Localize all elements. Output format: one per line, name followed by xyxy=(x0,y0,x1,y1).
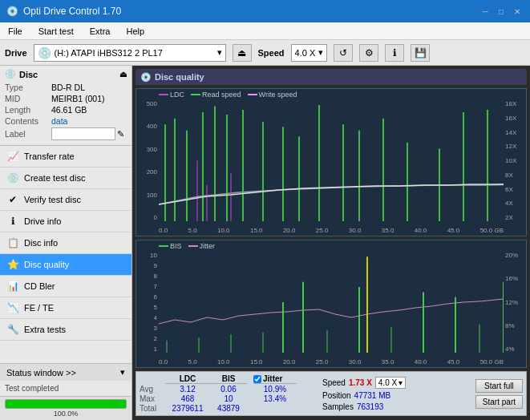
progress-bar-track xyxy=(5,399,127,409)
position-value: 47731 MB xyxy=(354,391,391,400)
drive-info-icon: ℹ xyxy=(6,215,19,228)
stats-header-empty xyxy=(140,374,165,384)
disc-label-input[interactable] xyxy=(51,127,115,140)
disc-mid-label: MID xyxy=(5,94,51,103)
drive-select[interactable]: 💿 (H:) ATAPI iHBS312 2 PL17 ▾ xyxy=(34,44,226,62)
verify-test-disc-icon: ✔ xyxy=(6,193,19,206)
disc-type-row: Type BD-R DL xyxy=(5,83,127,92)
start-full-button[interactable]: Start full xyxy=(475,379,523,393)
nav-extra-tests-label: Extra tests xyxy=(24,325,66,334)
progress-area: 100.0% xyxy=(0,396,131,420)
speed-select-widget[interactable]: 4.0 X ▾ xyxy=(375,377,406,389)
status-window-button[interactable]: Status window >> ▾ xyxy=(0,363,131,381)
nav-verify-test-disc[interactable]: ✔ Verify test disc xyxy=(0,189,131,211)
stats-max-bis: 10 xyxy=(210,394,247,403)
status-window-label: Status window >> xyxy=(6,368,76,378)
status-completed-text: Test completed xyxy=(5,384,59,393)
nav-fe-te-label: FE / TE xyxy=(24,303,54,313)
info-button[interactable]: ℹ xyxy=(385,44,404,62)
settings-button[interactable]: ⚙ xyxy=(359,44,378,62)
samples-row: Samples 763193 xyxy=(322,402,406,411)
disc-quality-title: Disc quality xyxy=(155,72,204,82)
disc-contents-value: data xyxy=(51,116,67,126)
speed-row: Speed 1.73 X 4.0 X ▾ xyxy=(322,377,406,389)
extra-tests-icon: 🔧 xyxy=(6,323,19,336)
title-bar-controls: ─ □ ✕ xyxy=(479,5,524,18)
samples-value: 763193 xyxy=(357,402,383,411)
stats-max-label: Max xyxy=(140,394,165,403)
nav-drive-info-label: Drive info xyxy=(24,216,61,226)
nav-transfer-rate-label: Transfer rate xyxy=(24,151,75,161)
speed-position-panel: Speed 1.73 X 4.0 X ▾ Position 47731 MB S… xyxy=(322,377,406,411)
stats-header-ldc: LDC xyxy=(165,374,210,384)
jitter-checkbox[interactable] xyxy=(253,375,261,383)
legend-ldc: LDC xyxy=(159,91,184,99)
status-window-chevron: ▾ xyxy=(120,367,125,378)
legend-bis: BIS xyxy=(159,242,182,250)
menu-file[interactable]: File xyxy=(3,26,27,37)
save-button[interactable]: 💾 xyxy=(411,44,430,62)
nav-disc-info[interactable]: 📋 Disc info xyxy=(0,232,131,254)
nav-cd-bler[interactable]: 📊 CD Bler xyxy=(0,276,131,297)
disc-label-label: Label xyxy=(5,129,51,139)
chart-top-x-axis: 0.0 5.0 10.0 15.0 20.0 25.0 30.0 35.0 40… xyxy=(159,227,504,234)
status-window-section: Status window >> ▾ Test completed 100.0% xyxy=(0,363,131,420)
maximize-button[interactable]: □ xyxy=(495,5,508,18)
stats-total-row: Total 2379611 43879 xyxy=(140,404,316,413)
disc-contents-row: Contents data xyxy=(5,116,127,126)
stats-max-jitter: 13.4% xyxy=(253,394,297,403)
refresh-button[interactable]: ↺ xyxy=(334,44,353,62)
stats-avg-bis: 0.06 xyxy=(210,385,247,394)
nav-disc-quality-label: Disc quality xyxy=(24,260,69,269)
drive-bar: Drive 💿 (H:) ATAPI iHBS312 2 PL17 ▾ ⏏ Sp… xyxy=(0,40,530,66)
speed-select[interactable]: 4.0 X ▾ xyxy=(291,44,328,62)
progress-bar-fill xyxy=(6,400,126,408)
menu-help[interactable]: Help xyxy=(121,26,149,37)
disc-label-row: Label ✎ xyxy=(5,127,127,140)
menu-start-test[interactable]: Start test xyxy=(34,26,79,37)
chart-bottom-y-axis-left: 10 9 8 7 6 5 4 3 2 1 xyxy=(136,252,159,353)
nav-extra-tests[interactable]: 🔧 Extra tests xyxy=(0,319,131,341)
stats-avg-row: Avg 3.12 0.06 10.9% xyxy=(140,385,316,394)
disc-eject-icon[interactable]: ⏏ xyxy=(119,70,127,79)
nav-drive-info[interactable]: ℹ Drive info xyxy=(0,211,131,232)
legend-jitter-label: Jitter xyxy=(200,242,216,250)
stats-header-jitter: Jitter xyxy=(263,374,282,383)
nav-fe-te[interactable]: 📉 FE / TE xyxy=(0,297,131,319)
eject-button[interactable]: ⏏ xyxy=(233,44,252,62)
close-button[interactable]: ✕ xyxy=(511,5,524,18)
speed-dropdown-arrow: ▾ xyxy=(318,47,323,58)
speed-select-value: 4.0 X xyxy=(378,378,397,387)
stats-columns: LDC BIS Jitter Avg 3.12 0.06 10.9 xyxy=(140,374,316,413)
chart-bottom-x-axis: 0.0 5.0 10.0 15.0 20.0 25.0 30.0 35.0 40… xyxy=(159,358,504,365)
disc-type-value: BD-R DL xyxy=(51,83,85,92)
stats-avg-label: Avg xyxy=(140,385,165,394)
nav-disc-quality[interactable]: ⭐ Disc quality xyxy=(0,254,131,276)
disc-quality-header: 💿 Disc quality xyxy=(136,69,527,85)
legend-ldc-dot xyxy=(159,94,168,95)
chart-top-y-axis-left: 500 400 300 200 100 0 xyxy=(136,100,159,221)
disc-header-icon: 💿 xyxy=(5,69,16,79)
nav-create-test-disc[interactable]: 💿 Create test disc xyxy=(0,168,131,189)
chart-top-legend: LDC Read speed Write speed xyxy=(159,91,297,99)
nav-cd-bler-label: CD Bler xyxy=(24,281,55,291)
title-bar: 💿 Opti Drive Control 1.70 ─ □ ✕ xyxy=(0,0,530,22)
legend-bis-label: BIS xyxy=(170,242,182,250)
legend-read-speed-dot xyxy=(191,94,200,95)
drive-device: (H:) ATAPI iHBS312 2 PL17 xyxy=(55,48,163,58)
disc-label-edit-icon[interactable]: ✎ xyxy=(117,129,124,139)
start-part-button[interactable]: Start part xyxy=(475,395,523,409)
disc-quality-header-icon: 💿 xyxy=(140,72,152,83)
speed-select-arrow: ▾ xyxy=(399,378,403,387)
legend-read-speed-label: Read speed xyxy=(202,91,241,99)
app-icon: 💿 xyxy=(6,6,18,17)
drive-label: Drive xyxy=(5,48,27,58)
nav-transfer-rate[interactable]: 📈 Transfer rate xyxy=(0,146,131,168)
menu-extra[interactable]: Extra xyxy=(85,26,115,37)
minimize-button[interactable]: ─ xyxy=(479,5,492,18)
status-text: Test completed xyxy=(0,381,131,396)
right-panel: 💿 Disc quality LDC Read speed Write spee… xyxy=(132,66,530,420)
legend-jitter: Jitter xyxy=(188,242,216,250)
legend-ldc-label: LDC xyxy=(170,91,184,99)
disc-info-icon: 📋 xyxy=(6,236,19,249)
